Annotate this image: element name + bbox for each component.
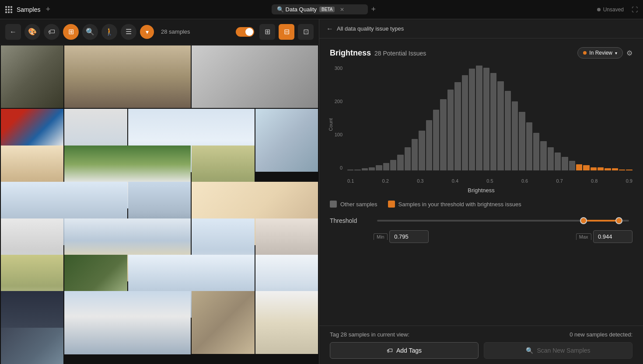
y-label-100: 100 [335,132,345,137]
legend-threshold-samples: Samples in your threshold with brightnes… [388,201,521,208]
add-tags-label: Add Tags [396,347,422,354]
detail-view-button[interactable]: ⊡ [298,24,314,40]
chart-title: Brightness [330,49,371,58]
hist-bar [412,139,418,170]
hist-bar [426,120,432,170]
hist-bar [419,131,425,170]
new-tab-button[interactable]: + [45,5,50,14]
status-indicator-dot [583,51,587,55]
threshold-min-input[interactable] [389,230,429,243]
y-label-0: 0 [340,165,345,170]
tag-icon: 🏷 [387,347,393,354]
bottom-action-section: Tag 28 samples in current view: 0 new sa… [319,326,643,364]
hist-bar [476,66,482,170]
threshold-max-input[interactable] [593,230,633,243]
x-label-05: 0.5 [486,178,493,184]
x-label-01: 0.1 [347,178,354,184]
tab-close-button[interactable]: ✕ [340,7,344,13]
status-button[interactable]: In Review ▾ [577,47,623,59]
hist-bar [390,160,396,170]
grid-cell[interactable] [255,109,318,171]
hist-bar [440,99,446,170]
app-grid-icon[interactable] [5,6,12,13]
search-button[interactable]: 🔍 [82,24,98,40]
settings-button[interactable]: ⚙ [626,49,633,57]
app-title: Samples [17,6,40,13]
hist-bar [505,91,511,170]
grid-cell[interactable] [1,45,63,108]
tab-label[interactable]: Data Quality [286,6,317,13]
grid-cell[interactable] [64,45,191,108]
hist-bar [454,82,461,170]
dropdown-button[interactable]: ▾ [140,25,154,39]
hist-bar [548,147,554,170]
x-label-07: 0.7 [556,178,563,184]
hist-bar [405,147,411,170]
hist-bar [447,90,454,170]
hist-bar [347,170,353,170]
dropdown-chevron-icon: ▾ [615,51,617,55]
hist-bar-orange [626,170,632,170]
back-to-list-button[interactable]: ← [326,25,333,33]
legend-other-samples: Other samples [330,201,377,208]
hist-bar [497,81,503,170]
x-axis-title: Brightness [330,187,633,194]
issues-count: 28 Potential Issues [374,50,426,57]
person-button[interactable]: 🚶 [101,24,117,40]
hist-bar [362,168,368,170]
hist-bar [383,163,389,170]
image-grid [0,45,319,364]
grid-cell[interactable] [255,291,318,354]
hist-bar [519,112,525,170]
threshold-thumb-min[interactable] [580,217,587,224]
x-label-03: 0.3 [417,178,423,184]
threshold-max-label: Max [576,233,591,240]
add-tags-button[interactable]: 🏷 Add Tags [330,342,479,359]
tag-button[interactable]: 🏷 [44,24,59,40]
hist-bar-orange [598,167,604,170]
chart-legend: Other samples Samples in your threshold … [330,201,633,208]
hist-bar [354,170,360,170]
hist-bar-orange [605,168,611,170]
y-label-200: 200 [335,99,345,104]
legend-threshold-label: Samples in your threshold with brightnes… [398,201,521,208]
x-label-08: 0.8 [591,178,598,184]
grid-cell[interactable] [64,291,191,354]
hist-bar [490,73,496,170]
panel-content: Brightness 28 Potential Issues In Review… [319,38,643,326]
hist-bar-orange [583,165,589,170]
filter-button[interactable]: ⊞ [63,24,79,40]
hist-bar-orange [619,170,625,170]
grid-cell[interactable] [1,328,63,364]
threshold-section: Threshold Min [330,216,633,243]
threshold-min-group: Min [374,230,429,243]
threshold-thumb-max[interactable] [615,217,622,224]
toggle-view-button[interactable]: ⊟ [279,24,294,40]
palette-button[interactable]: 🎨 [24,24,40,40]
hist-bar-orange [576,164,582,170]
hist-bar [397,155,403,170]
threshold-slider[interactable] [377,216,629,225]
grid-cell[interactable] [192,45,318,108]
grid-cell[interactable] [192,291,254,354]
list-button[interactable]: ☰ [121,24,136,40]
toggle-switch[interactable] [236,27,254,37]
legend-other-label: Other samples [340,201,377,208]
back-button[interactable]: ← [5,24,21,40]
hist-bar [540,141,546,170]
scan-count-info: 0 new samples detected: [570,331,633,338]
x-label-02: 0.2 [382,178,389,184]
expand-icon[interactable]: ⛶ [632,6,638,13]
scan-new-samples-button[interactable]: 🔍 Scan New Samples [484,342,633,359]
hist-bar-orange [612,168,618,170]
tab-new-button[interactable]: + [371,5,376,14]
grid-view-button[interactable]: ⊞ [259,24,275,40]
threshold-max-group: Max [576,230,633,243]
hist-bar [433,110,439,170]
unsaved-label: Unsaved [603,7,624,13]
legend-gray-swatch [330,201,337,208]
samples-count: 28 samples [161,28,190,35]
hist-bar [569,161,575,170]
tag-count-info: Tag 28 samples in current view: [330,331,409,338]
unsaved-indicator-dot [597,8,601,11]
